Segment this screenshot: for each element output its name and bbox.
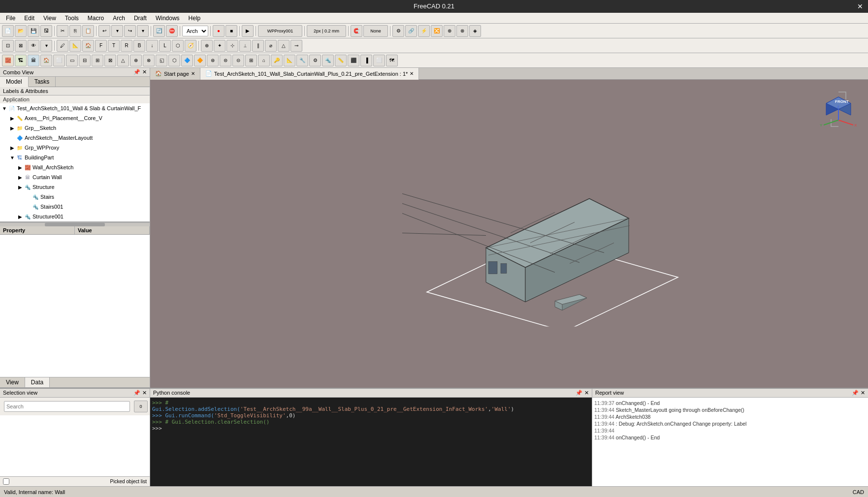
menu-windows[interactable]: Windows: [152, 14, 184, 23]
sel-pin-icon[interactable]: 📌: [133, 390, 140, 396]
arch-18[interactable]: ⊜: [220, 55, 231, 66]
toggle-structure[interactable]: ▶: [17, 185, 24, 190]
arch-24[interactable]: 🔧: [296, 55, 308, 66]
menu-arch[interactable]: Arch: [109, 14, 129, 23]
new-button[interactable]: 📄: [2, 25, 14, 37]
open-button[interactable]: 📂: [15, 25, 27, 37]
arch-27[interactable]: 📏: [335, 55, 347, 66]
tb-btn-6[interactable]: ⊗: [456, 25, 468, 37]
arch-21[interactable]: ⌂: [258, 55, 270, 66]
rep-close-icon[interactable]: ✕: [861, 390, 865, 396]
refresh-button[interactable]: 🔄: [153, 25, 165, 37]
view-mode-drop[interactable]: ▾: [40, 40, 52, 52]
perspective-btn[interactable]: ⬡: [172, 40, 184, 52]
right-view-btn[interactable]: R: [121, 40, 132, 52]
tree-item-structure001[interactable]: ▶ 🔩 Structure001: [0, 212, 150, 221]
tree-item-buildingpart[interactable]: ▼ 🏗 BuildingPart: [0, 153, 150, 162]
arch-20[interactable]: ⊞: [245, 55, 257, 66]
toggle-structure001[interactable]: ▶: [17, 214, 24, 219]
tree-item-curtain-wall[interactable]: ▶ 🏛 Curtain Wall: [0, 172, 150, 182]
arch-14[interactable]: ⬡: [168, 55, 180, 66]
close-button[interactable]: ✕: [857, 2, 863, 11]
tb-btn-3[interactable]: ⚡: [418, 25, 430, 37]
top-view-btn[interactable]: T: [108, 40, 120, 52]
tab-archsketch[interactable]: 📄 Test_ArchSketch_101_Wall_Slab_CurtainW…: [200, 68, 419, 80]
tab-archsketch-close[interactable]: ✕: [410, 71, 414, 76]
arch-30[interactable]: ⬜: [373, 55, 385, 66]
toggle-buildingpart[interactable]: ▼: [9, 155, 16, 160]
front-view-btn[interactable]: F: [95, 40, 107, 52]
tree-item-stairs[interactable]: 🔩 Stairs: [0, 192, 150, 202]
tree-item-root[interactable]: ▼ 📄 Test_ArchSketch_101_Wall & Slab & Cu…: [0, 103, 150, 113]
toggle-wall[interactable]: ▶: [17, 165, 24, 170]
tab-tasks[interactable]: Tasks: [29, 77, 56, 87]
arch-22[interactable]: 🔑: [271, 55, 283, 66]
arch-13[interactable]: ◱: [156, 55, 167, 66]
left-view-btn[interactable]: L: [159, 40, 171, 52]
tree-item-grp-sketch[interactable]: ▶ 📁 Grp__Sketch: [0, 123, 150, 133]
toggle-axes[interactable]: ▶: [9, 116, 16, 121]
tree-item-grp-wpproxy[interactable]: ▶ 📁 Grp_WPProxy: [0, 143, 150, 153]
back-view-btn[interactable]: B: [133, 40, 145, 52]
combo-pin-icon[interactable]: 📌: [133, 69, 140, 75]
tab-data[interactable]: Data: [25, 377, 50, 387]
draw-style-btn[interactable]: 🖊: [57, 40, 68, 52]
arch-19[interactable]: ⊝: [232, 55, 244, 66]
fit-sel-button[interactable]: ⊠: [15, 40, 27, 52]
tab-view[interactable]: View: [0, 377, 25, 387]
record-macro-button[interactable]: ●: [213, 25, 225, 37]
snap-2[interactable]: ✦: [214, 40, 225, 52]
tree-item-archsketch[interactable]: 🔷 ArchSketch__MasterLayoutt: [0, 133, 150, 143]
arch-23[interactable]: 📐: [284, 55, 295, 66]
arch-26[interactable]: 🔩: [322, 55, 334, 66]
tab-start-close[interactable]: ✕: [191, 71, 195, 76]
stop-button[interactable]: ⛔: [166, 25, 178, 37]
arch-7[interactable]: ⊟: [79, 55, 91, 66]
tb-btn-5[interactable]: ⊕: [444, 25, 455, 37]
save-all-button[interactable]: 🖫: [40, 25, 52, 37]
home-view-btn[interactable]: 🏠: [82, 40, 94, 52]
tb-btn-1[interactable]: ⚙: [392, 25, 404, 37]
arch-8[interactable]: ⊞: [92, 55, 103, 66]
snap-5[interactable]: ∥: [252, 40, 264, 52]
tab-start-page[interactable]: 🏠 Start page ✕: [150, 68, 200, 80]
tree[interactable]: ▼ 📄 Test_ArchSketch_101_Wall & Slab & Cu…: [0, 103, 150, 221]
tab-model[interactable]: Model: [0, 77, 29, 87]
arch-12[interactable]: ⊗: [143, 55, 155, 66]
arch-25[interactable]: ⚙: [309, 55, 321, 66]
redo-dropdown[interactable]: ▾: [137, 25, 149, 37]
snap-4[interactable]: ⟂: [239, 40, 251, 52]
arch-4[interactable]: 🏠: [40, 55, 52, 66]
picked-object-checkbox[interactable]: [3, 478, 9, 485]
none-btn[interactable]: None: [363, 25, 388, 37]
paste-button[interactable]: 📋: [82, 25, 94, 37]
arch-17[interactable]: ⊛: [207, 55, 219, 66]
bottom-view-btn[interactable]: ↓: [146, 40, 158, 52]
workbench-dropdown[interactable]: Arch: [182, 26, 208, 36]
menu-view[interactable]: View: [39, 14, 60, 23]
tree-item-wall[interactable]: ▶ 🧱 Wall_ArchSketch: [0, 162, 150, 172]
undo-button[interactable]: ↩: [98, 25, 110, 37]
menu-edit[interactable]: Edit: [20, 14, 38, 23]
arch-28[interactable]: ⬛: [348, 55, 359, 66]
snap-1[interactable]: ⊕: [201, 40, 213, 52]
tree-item-stairs001[interactable]: 🔩 Stairs001: [0, 202, 150, 212]
py-pin-icon[interactable]: 📌: [576, 390, 582, 396]
arch-31[interactable]: 🗺: [386, 55, 398, 66]
wpproxy-btn[interactable]: WPProxy001: [258, 25, 302, 37]
toggle-curtain-wall[interactable]: ▶: [17, 175, 24, 180]
menu-tools[interactable]: Tools: [61, 14, 83, 23]
arch-5[interactable]: ⬜: [53, 55, 65, 66]
combo-close-icon[interactable]: ✕: [142, 69, 147, 75]
toggle-grp-wpproxy[interactable]: ▶: [9, 145, 16, 151]
arch-9[interactable]: ⊠: [104, 55, 116, 66]
search-input[interactable]: [4, 401, 130, 412]
snap-3[interactable]: ⊹: [226, 40, 238, 52]
sel-count-btn[interactable]: 0: [134, 401, 148, 412]
tree-scrollbar[interactable]: [0, 222, 150, 226]
tb-btn-4[interactable]: 🔀: [431, 25, 443, 37]
arch-29[interactable]: ▐: [360, 55, 372, 66]
toggle-root[interactable]: ▼: [1, 106, 8, 111]
copy-button[interactable]: ⎘: [69, 25, 81, 37]
stop-macro-button[interactable]: ■: [225, 25, 237, 37]
